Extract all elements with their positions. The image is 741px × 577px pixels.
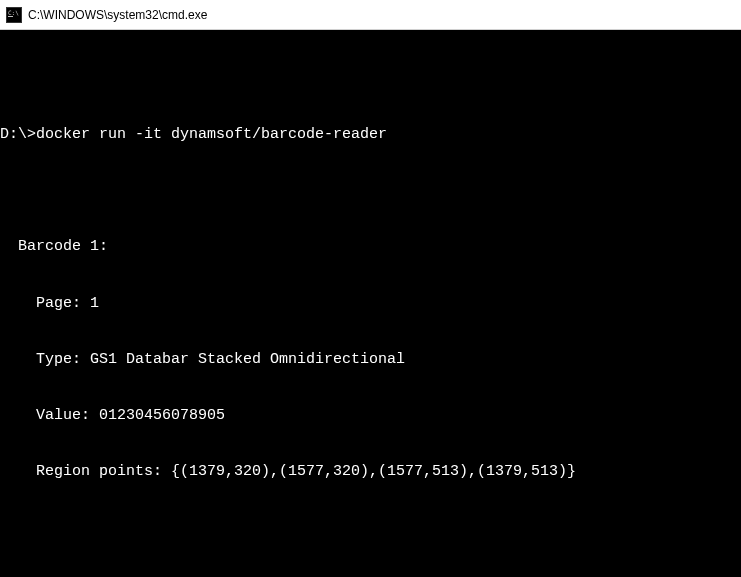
terminal-output[interactable]: D:\>docker run -it dynamsoft/barcode-rea…: [0, 30, 741, 577]
barcode-result: Barcode 1: Page: 1 Type: GS1 Databar Sta…: [0, 201, 741, 520]
window-title: C:\WINDOWS\system32\cmd.exe: [28, 8, 207, 22]
barcode-value: Value: 01230456078905: [0, 407, 741, 426]
svg-rect-3: [8, 16, 13, 17]
cmd-icon: C:\: [6, 7, 22, 23]
barcode-header: Barcode 1:: [0, 238, 741, 257]
command-text: docker run -it dynamsoft/barcode-reader: [36, 126, 387, 143]
barcode-page: Page: 1: [0, 295, 741, 314]
blank-line: [0, 70, 741, 89]
barcode-region: Region points: {(1379,320),(1577,320),(1…: [0, 463, 741, 482]
blank-line: [0, 557, 741, 576]
barcode-type: Type: GS1 Databar Stacked Omnidirectiona…: [0, 351, 741, 370]
command-line: D:\>docker run -it dynamsoft/barcode-rea…: [0, 126, 741, 145]
svg-text:C:\: C:\: [8, 9, 19, 16]
prompt: D:\>: [0, 126, 36, 143]
window-title-bar[interactable]: C:\ C:\WINDOWS\system32\cmd.exe: [0, 0, 741, 30]
